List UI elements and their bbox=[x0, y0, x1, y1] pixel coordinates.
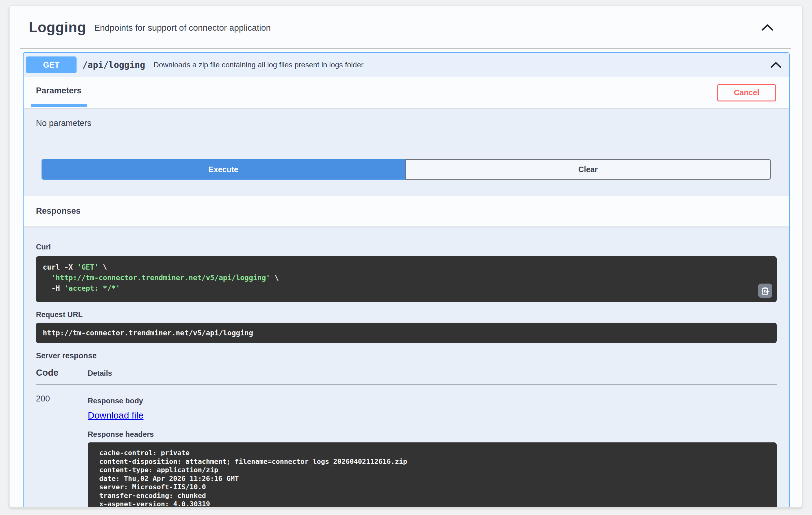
responses-header: Responses bbox=[24, 196, 789, 226]
copy-to-clipboard-button[interactable] bbox=[758, 283, 772, 298]
response-headers-value: cache-control: private content-dispositi… bbox=[88, 442, 777, 508]
status-code: 200 bbox=[36, 394, 88, 508]
method-badge: GET bbox=[26, 56, 77, 73]
response-row-200: 200 Response body Download file Response… bbox=[36, 385, 777, 508]
request-url-value: http://tm-connector.trendminer.net/v5/ap… bbox=[36, 323, 777, 343]
details-column-header: Details bbox=[88, 369, 112, 378]
tab-parameters[interactable]: Parameters bbox=[31, 77, 87, 107]
api-docs-card: Logging Endpoints for support of connect… bbox=[9, 6, 802, 508]
page-subtitle: Endpoints for support of connector appli… bbox=[94, 23, 271, 33]
no-parameters-text: No parameters bbox=[24, 108, 789, 128]
endpoint-summary: Downloads a zip file containing all log … bbox=[153, 60, 364, 69]
clear-button[interactable]: Clear bbox=[405, 159, 771, 180]
opblock-collapse-chevron-icon[interactable] bbox=[770, 61, 782, 68]
response-headers-label: Response headers bbox=[88, 430, 777, 439]
cancel-button[interactable]: Cancel bbox=[717, 84, 776, 102]
download-file-link[interactable]: Download file bbox=[88, 410, 144, 421]
server-response-table: Code Details 200 Response body Download … bbox=[36, 368, 777, 508]
curl-label: Curl bbox=[36, 226, 777, 251]
tag-collapse-chevron-icon[interactable] bbox=[761, 24, 774, 31]
code-column-header: Code bbox=[36, 368, 88, 378]
page-title: Logging bbox=[29, 19, 86, 36]
tag-header: Logging Endpoints for support of connect… bbox=[9, 6, 802, 48]
parameters-header: Parameters Cancel bbox=[24, 77, 789, 108]
execute-button[interactable]: Execute bbox=[41, 159, 405, 180]
responses-content: Curl curl -X 'GET' \ 'http://tm-connecto… bbox=[24, 226, 789, 508]
copy-to-clipboard-icon bbox=[761, 286, 770, 295]
execute-row: Execute Clear bbox=[41, 159, 771, 180]
responses-heading: Responses bbox=[36, 206, 81, 216]
response-table-header: Code Details bbox=[36, 368, 777, 385]
request-url-label: Request URL bbox=[36, 310, 777, 319]
curl-command: curl -X 'GET' \ 'http://tm-connector.tre… bbox=[36, 256, 777, 302]
server-response-label: Server response bbox=[36, 351, 777, 360]
response-body-label: Response body bbox=[88, 397, 777, 405]
opblock-get-logging: GET /api/logging Downloads a zip file co… bbox=[23, 52, 790, 508]
response-details-cell: Response body Download file Response hea… bbox=[88, 394, 777, 508]
endpoint-path: /api/logging bbox=[82, 60, 145, 70]
opblock-summary[interactable]: GET /api/logging Downloads a zip file co… bbox=[24, 53, 789, 77]
parameters-tab-label: Parameters bbox=[36, 86, 82, 96]
tag-divider bbox=[20, 48, 791, 49]
